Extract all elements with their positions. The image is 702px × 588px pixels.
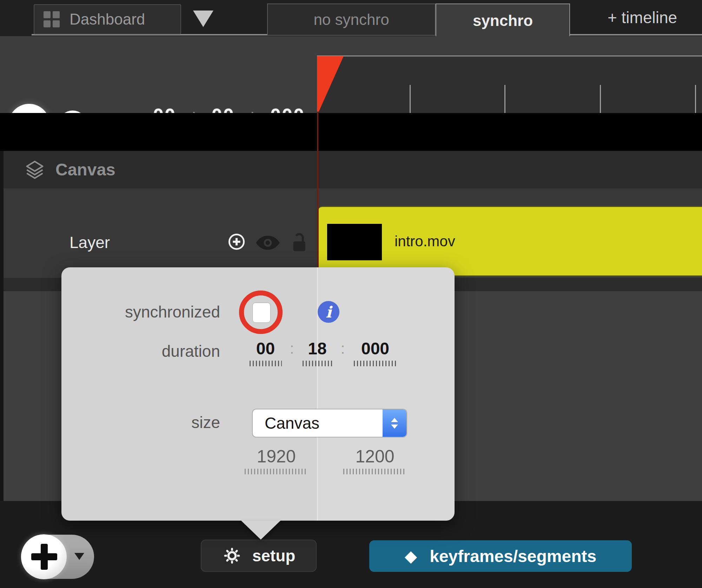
clip-intro-mov[interactable]: intro.mov (319, 206, 702, 276)
tab-no-synchro[interactable]: no synchro (267, 4, 436, 35)
segments-track: intro+loop (0, 113, 702, 151)
add-layer-button[interactable] (21, 535, 94, 579)
width-scrubber[interactable]: 1920 (245, 447, 308, 474)
ruler-tick (504, 85, 505, 113)
dashboard-grid-icon (44, 11, 60, 27)
select-stepper-icon (383, 409, 406, 437)
canvas-header-row[interactable]: Canvas (0, 151, 702, 188)
tab-bar: Dashboard no synchro synchro + timeline (0, 0, 702, 36)
canvas-label: Canvas (55, 160, 115, 179)
ruler-tick (600, 85, 601, 113)
duration-hours-scrubber[interactable]: 00 (249, 340, 282, 366)
dashboard-button[interactable]: Dashboard (34, 4, 181, 34)
duration-millis-scrubber[interactable]: 000 (352, 340, 398, 366)
duration-fields: 00 : 18 : 000 (249, 340, 398, 366)
scrubber-ticks (343, 469, 406, 474)
popover-tail (241, 521, 280, 540)
add-layer-dropdown-icon[interactable] (74, 553, 84, 560)
tab-synchro-label: synchro (473, 12, 533, 29)
keyframes-segments-button[interactable]: ◆ keyframes/segments (369, 540, 632, 572)
scrubber-ticks (250, 361, 282, 366)
plus-icon (41, 544, 48, 570)
synchronized-label: synchronized (61, 302, 220, 321)
setup-popover: synchronized i duration 00 : 18 : 000 si… (61, 267, 455, 521)
add-timeline-label: + timeline (608, 8, 677, 27)
keyframes-segments-label: keyframes/segments (430, 547, 596, 566)
layer-label: Layer (69, 233, 110, 252)
setup-label: setup (252, 546, 296, 565)
tab-no-synchro-label: no synchro (313, 11, 389, 28)
scrubber-ticks (303, 361, 332, 366)
height-value: 1200 (355, 447, 394, 466)
lock-icon[interactable] (289, 230, 309, 253)
duration-minutes: 18 (308, 340, 326, 358)
add-timeline-button[interactable]: + timeline (583, 0, 702, 35)
size-label: size (61, 413, 220, 432)
layers-icon (24, 159, 46, 180)
width-value: 1920 (257, 447, 296, 466)
annotation-red-circle (239, 290, 283, 334)
size-select-value: Canvas (253, 414, 383, 433)
gear-icon (222, 546, 242, 566)
clip-label: intro.mov (395, 207, 455, 275)
dashboard-dropdown-icon[interactable] (193, 11, 213, 27)
timeline-editor-window: Dashboard no synchro synchro + timeline … (0, 0, 702, 588)
duration-hours: 00 (256, 340, 275, 358)
tab-synchro-active[interactable]: synchro (436, 4, 570, 37)
duration-minutes-scrubber[interactable]: 18 (302, 340, 333, 366)
clip-thumbnail (327, 224, 382, 260)
popover-translucency-seam (317, 267, 455, 521)
height-scrubber[interactable]: 1200 (343, 447, 406, 474)
ruler-tick (695, 85, 696, 113)
eye-icon[interactable] (255, 235, 281, 251)
duration-separator: : (333, 340, 352, 366)
duration-separator: : (282, 340, 302, 366)
scrubber-ticks (354, 361, 397, 366)
duration-label: duration (61, 342, 220, 361)
size-select[interactable]: Canvas (252, 409, 407, 437)
info-icon[interactable]: i (318, 301, 339, 323)
setup-button[interactable]: setup (201, 540, 317, 572)
add-circle-icon[interactable] (227, 232, 246, 251)
plus-circle[interactable] (21, 534, 67, 579)
ruler-tick (410, 85, 411, 113)
dashboard-label: Dashboard (69, 11, 145, 28)
duration-millis: 000 (361, 340, 389, 358)
timeline-ruler[interactable] (317, 55, 702, 113)
panel-left-border (0, 151, 4, 501)
scrubber-ticks (245, 469, 308, 474)
diamond-icon: ◆ (405, 548, 417, 564)
